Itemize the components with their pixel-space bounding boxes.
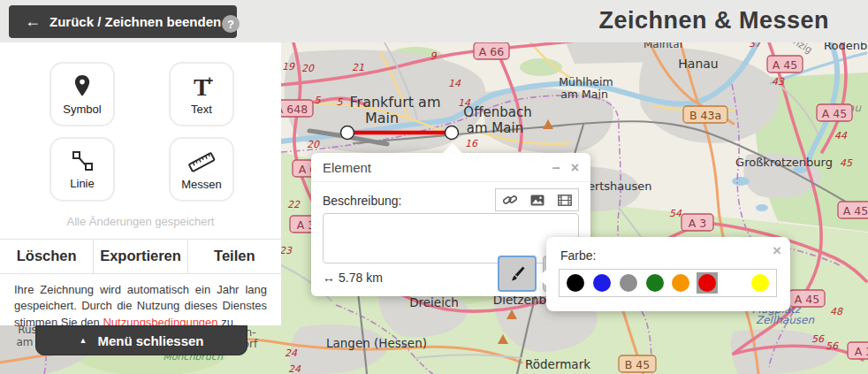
ruler-icon (187, 149, 217, 175)
drawing-tools-sidebar: Symbol T + Text Linie (0, 42, 281, 325)
swatch-color-dot (698, 274, 716, 292)
back-arrow-icon: ← (25, 12, 41, 31)
map-route-number: 45 (840, 157, 853, 169)
map-place-label: Frankfurt am (350, 94, 441, 111)
storage-notice: Ihre Zeichnung wird automatisch ein Jahr… (0, 274, 281, 331)
app-window: Frankfurt amMainOffenbacham MainMühlheim… (0, 0, 868, 374)
map-route-number: 56 (811, 333, 825, 345)
map-route-number: 14 (448, 78, 461, 89)
map-route-number: 48 (830, 306, 843, 317)
map-route-number: 5 (337, 96, 344, 108)
map-place-label: Offenbach (463, 104, 531, 120)
svg-text:A 3: A 3 (855, 345, 868, 358)
link-icon (503, 194, 517, 206)
road-shield: B 45 (619, 355, 656, 372)
swatch-color-dot (593, 274, 611, 292)
description-input[interactable] (323, 213, 579, 263)
svg-text:A 66: A 66 (479, 45, 504, 58)
color-swatch-orange[interactable] (670, 272, 691, 294)
map-place-label: Rodenbach (824, 42, 868, 52)
color-swatch-black[interactable] (565, 272, 586, 294)
insert-video-button[interactable] (551, 189, 578, 210)
color-swatch-red[interactable] (697, 272, 718, 294)
color-popup-label: Farbe: (560, 248, 596, 263)
map-route-number: 43 (772, 76, 785, 88)
map-route-number: 56 (826, 340, 839, 352)
map-route-number: 37 (749, 42, 763, 50)
tool-grid: Symbol T + Text Linie (49, 62, 281, 202)
map-route-number: 20 (301, 63, 315, 74)
export-button[interactable]: Exportieren (93, 240, 187, 273)
road-shield: A 3 (848, 342, 868, 359)
color-swatch-green[interactable] (644, 272, 666, 294)
insert-image-button[interactable] (523, 189, 551, 210)
element-popup-title: Element (323, 160, 542, 175)
tool-line-label: Linie (70, 177, 94, 190)
measurement-text: 5.78 km (339, 271, 383, 285)
map-place-label: Zellhausen (756, 314, 814, 326)
svg-text:A 45: A 45 (843, 204, 868, 218)
map-place-label: Mühlheim (559, 75, 613, 88)
color-swatch-yellow[interactable] (750, 272, 771, 294)
color-popup-close-icon[interactable]: × (773, 242, 781, 260)
color-swatch-white[interactable] (723, 272, 744, 294)
tool-text-button[interactable]: T + Text (169, 62, 234, 126)
road-shield: A 45 (817, 104, 852, 121)
road-shield: A 45 (767, 56, 803, 73)
svg-text:A 45: A 45 (773, 58, 797, 72)
minimize-icon[interactable]: – (552, 161, 560, 175)
insert-link-button[interactable] (496, 189, 523, 210)
delete-button[interactable]: Löschen (0, 240, 93, 273)
map-route-number: 5 (315, 95, 322, 106)
color-brush-button[interactable] (498, 256, 537, 292)
svg-text:A 3: A 3 (689, 217, 706, 230)
svg-text:B 45: B 45 (625, 358, 650, 371)
swatch-color-dot (620, 274, 637, 292)
road-shield: A 66 (474, 42, 509, 59)
film-icon (558, 195, 572, 206)
tool-line-button[interactable]: Linie (49, 137, 115, 202)
description-toolbar (495, 188, 579, 211)
swatch-color-dot (672, 274, 689, 292)
menu-close-label: Menü schliessen (97, 333, 203, 348)
saved-status-text: Alle Änderungen gespeichert (0, 215, 281, 228)
map-route-number: 19 (282, 61, 295, 73)
menu-close-button[interactable]: ▲ Menü schliessen (35, 325, 247, 355)
popup-pointer (443, 143, 462, 153)
road-shield: B 43a (683, 106, 727, 123)
text-plus-icon: T + (187, 73, 217, 100)
svg-text:+: + (206, 73, 213, 88)
map-route-number: 54 (669, 208, 682, 219)
share-button[interactable]: Teilen (187, 240, 281, 273)
help-icon[interactable]: ? (222, 15, 240, 33)
color-swatch-row (559, 269, 777, 297)
road-shield: A 3 (681, 214, 713, 231)
map-place-label: Großkrotzenburg (735, 156, 833, 169)
measure-endpoint-handle[interactable] (445, 126, 459, 140)
tool-measure-button[interactable]: Messen (169, 137, 234, 202)
close-icon[interactable]: × (571, 161, 579, 175)
action-bar: Löschen Exportieren Teilen (0, 239, 281, 274)
color-swatch-gray[interactable] (618, 272, 639, 294)
color-swatch-blue[interactable] (591, 272, 613, 294)
tool-symbol-label: Symbol (63, 103, 101, 116)
back-finish-drawing-button[interactable]: ← Zurück / Zeichnen beenden (9, 5, 237, 38)
swatch-color-dot (646, 274, 664, 292)
page-title: Zeichnen & Messen (598, 7, 829, 34)
header-bar: ← Zurück / Zeichnen beenden ? Zeichnen &… (0, 0, 868, 42)
map-place-label: Rödermark (525, 357, 590, 371)
map-route-number: 24 (285, 347, 298, 359)
measure-endpoint-handle[interactable] (341, 126, 354, 140)
tool-measure-label: Messen (181, 178, 222, 191)
swatch-color-dot (751, 274, 769, 292)
map-place-label: Main (365, 110, 399, 126)
collapse-arrow-icon: ▲ (80, 336, 88, 345)
element-popup-header[interactable]: Element – × (311, 153, 590, 182)
map-pin-icon (71, 73, 94, 100)
map-place-label: Maintal (643, 42, 682, 50)
measure-arrow-icon: ↔ (323, 271, 335, 285)
back-button-label: Zurück / Zeichnen beenden (49, 14, 221, 29)
swatch-color-dot (725, 274, 742, 292)
tool-symbol-button[interactable]: Symbol (49, 62, 115, 126)
tool-text-label: Text (191, 103, 212, 116)
